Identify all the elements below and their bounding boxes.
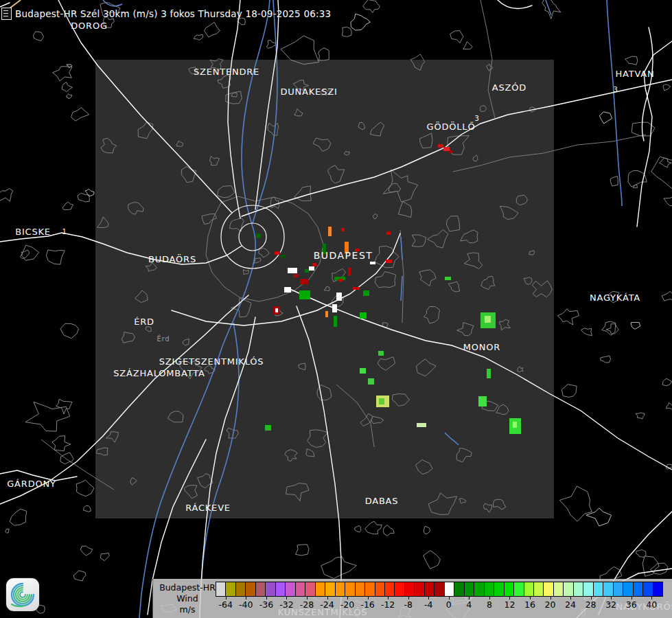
legend-color-cell [513,582,523,596]
radar-map: DOROGSZENTENDREDUNAKESZIASZÓDHATVANGÖDÖL… [0,0,672,618]
legend-color-cell [603,582,612,596]
radar-echo [386,260,392,263]
legend-tick-label: 36 [626,599,637,610]
legend-tick-label: 12 [504,599,515,610]
legend-color-cell [444,582,454,596]
legend-color-cell [325,582,334,596]
radar-echo [485,316,491,323]
city-label: SZENTENDRE [194,67,259,77]
radar-echo [300,279,308,284]
legend-tick-label: 4 [466,599,472,610]
radar-echo [338,279,343,282]
radar-echo [288,268,297,273]
city-label: 3 [613,86,618,93]
legend-color-cell [454,582,463,596]
city-label: MONOR [463,342,500,352]
legend-color-cell [275,582,285,596]
legend-color-cell [216,582,225,596]
legend-tick-label: 8 [487,599,492,610]
legend-color-cell [504,582,513,596]
radar-echo [281,255,286,258]
legend-parameter: Wind [153,593,222,604]
radar-echo [370,262,375,264]
radar-echo [312,263,316,266]
legend-unit: m/s [153,604,222,615]
legend-tick-label: -64 [219,599,233,610]
radar-echo [325,311,328,317]
legend-tick-label: 20 [545,599,556,610]
legend-tick-label: -28 [300,599,314,610]
radar-echo [378,351,384,356]
legend-color-cell [563,582,572,596]
legend-color-cell [642,582,652,596]
radar-echo [360,312,367,319]
title-bar: Budapest-HR Szél 30km (m/s) 3 fokos Thur… [1,8,331,20]
legend-color-cell [573,582,583,596]
legend-color-cell [355,582,364,596]
radar-echo [417,423,426,427]
legend-color-cell [494,582,503,596]
legend-color-cell [464,582,474,596]
app-logo-button[interactable] [6,578,39,611]
legend-tick-label: 32 [605,599,616,610]
city-label: GÁRDONY [7,479,56,489]
legend-color-cell [384,582,394,596]
legend-color-cell [414,582,424,596]
radar-echo [275,308,278,312]
radar-echo [379,398,384,404]
legend-color-cell [524,582,533,596]
legend-color-cell [394,582,404,596]
legend-color-cell [553,582,563,596]
city-label: ÉRD [134,317,154,327]
legend-tick-label: -12 [381,599,395,610]
city-label: DUNAKESZI [280,87,337,97]
city-label: 1 [62,228,67,236]
legend-color-cell [474,582,483,596]
legend-color-cell [295,582,305,596]
city-label: BICSKE [15,227,51,237]
legend-color-cell [583,582,592,596]
radar-echo [443,147,450,151]
legend-tick-label: -40 [239,599,253,610]
legend-tick-label: 40 [646,599,657,610]
radar-echo [293,274,299,277]
legend-color-cell [305,582,314,596]
radar-echo [348,268,351,275]
city-label: DOROG [71,21,108,31]
city-label: DABAS [365,496,399,506]
radar-echo [334,316,337,327]
legend-color-cell [653,582,662,596]
window-icon [1,8,12,20]
city-label: GÖDÖLLŐ [427,121,476,132]
radar-app-window: DOROGSZENTENDREDUNAKESZIASZÓDHATVANGÖDÖL… [0,0,672,618]
legend-color-cell [404,582,414,596]
radar-echo [328,227,332,236]
legend-color-cell [315,582,325,596]
radar-echo [341,228,345,231]
legend-color-cell [235,582,245,596]
legend-product: Budapest-HR [153,582,222,593]
legend-color-cell [424,582,434,596]
legend-color-cell [623,582,632,596]
legend-color-cell [245,582,255,596]
radar-echo [438,144,443,148]
color-scale-legend: Budapest-HR Wind m/s -64-40-36-32-28-24-… [152,579,672,618]
radar-echo [275,251,280,255]
radar-echo [309,266,314,271]
legend-color-cell [613,582,623,596]
legend-color-cell [375,582,384,596]
radar-echo [449,150,452,153]
radar-echo [256,233,261,238]
radar-echo [284,287,291,293]
city-label: SZIGETSZENTMIKLÓS [159,356,264,367]
legend-color-cell [335,582,345,596]
legend-color-cell [484,582,494,596]
legend-tick-label: -32 [279,599,293,610]
radar-echo [336,293,342,301]
legend-tick-label: -8 [404,599,412,610]
legend-color-cell [543,582,553,596]
city-label: HATVAN [615,69,654,79]
legend-color-cell [633,582,642,596]
radar-echo [445,277,451,280]
radar-echo [332,304,337,312]
